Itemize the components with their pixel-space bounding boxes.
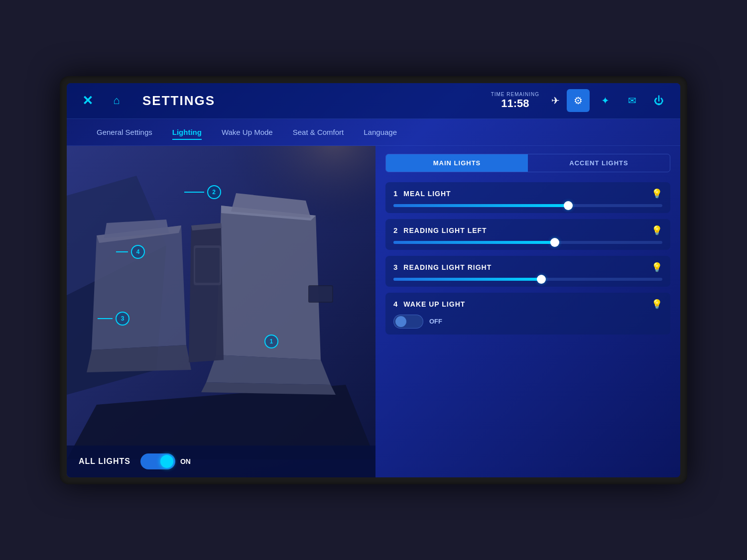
reading-left-fill: [393, 241, 555, 244]
meal-light-slider[interactable]: [393, 204, 662, 207]
top-bar: ✕ ⌂ SETTINGS TIME REMAINING 11:58 ✈ ⚙ ✦ …: [67, 83, 680, 119]
meal-light-header: 1 MEAL LIGHT 💡: [393, 188, 662, 199]
reading-light-left-slider[interactable]: [393, 241, 662, 244]
hotspot-4-circle: 4: [131, 245, 145, 259]
hotspot-1-circle: 1: [264, 335, 278, 348]
main-content: 1 2 3 4: [67, 146, 680, 477]
meal-light-thumb[interactable]: [564, 201, 573, 210]
plane-icon: ✈: [551, 95, 560, 107]
all-lights-bar: ALL LIGHTS ON: [67, 446, 375, 477]
seat-panel: 1 2 3 4: [67, 146, 375, 477]
wake-up-section: OFF: [393, 315, 662, 329]
reading-light-right-row: 3 READING LIGHT RIGHT 💡: [385, 256, 670, 287]
screen: ✕ ⌂ SETTINGS TIME REMAINING 11:58 ✈ ⚙ ✦ …: [67, 83, 680, 477]
reading-light-left-header: 2 READING LIGHT LEFT 💡: [393, 225, 662, 236]
svg-rect-17: [195, 248, 220, 283]
hotspot-4-line: [116, 251, 128, 252]
wake-up-number: 4: [393, 300, 397, 308]
reading-right-number: 3: [393, 263, 397, 271]
wake-up-name: WAKE UP LIGHT: [403, 300, 465, 308]
reading-right-bulb-icon: 💡: [651, 262, 662, 273]
meal-light-name: MEAL LIGHT: [403, 190, 451, 198]
meal-light-fill: [393, 204, 568, 207]
tab-wake-up-mode[interactable]: Wake Up Mode: [222, 125, 273, 139]
all-lights-toggle-knob: [160, 455, 173, 468]
reading-light-right-header: 3 READING LIGHT RIGHT 💡: [393, 262, 662, 273]
tab-general-settings[interactable]: General Settings: [97, 125, 152, 139]
top-left-icons: ✕ ⌂ SETTINGS: [77, 90, 215, 112]
svg-rect-19: [309, 286, 332, 302]
hotspot-2-line: [184, 192, 204, 193]
all-lights-label: ALL LIGHTS: [79, 457, 130, 466]
seat-svg: [67, 146, 375, 459]
seat-background: 1 2 3 4: [67, 146, 375, 477]
wake-up-bulb-icon: 💡: [651, 299, 662, 310]
seat-visual: 1 2 3 4: [67, 146, 375, 477]
puzzle-icon-button[interactable]: ✦: [594, 89, 617, 112]
hotspot-2[interactable]: 2: [184, 185, 221, 199]
time-section: TIME REMAINING 11:58: [491, 92, 539, 110]
tab-seat-comfort[interactable]: Seat & Comfort: [293, 125, 344, 139]
mail-icon-button[interactable]: ✉: [621, 89, 643, 112]
page-title: SETTINGS: [142, 93, 215, 109]
close-button[interactable]: ✕: [77, 90, 99, 112]
reading-light-right-slider[interactable]: [393, 278, 662, 281]
reading-left-bulb-icon: 💡: [651, 225, 662, 236]
reading-right-name: READING LIGHT RIGHT: [403, 263, 492, 271]
reading-left-label-group: 2 READING LIGHT LEFT: [393, 226, 487, 234]
wake-up-light-header: 4 WAKE UP LIGHT 💡: [393, 299, 662, 310]
reading-light-left-row: 2 READING LIGHT LEFT 💡: [385, 219, 670, 250]
reading-right-label-group: 3 READING LIGHT RIGHT: [393, 263, 492, 271]
svg-marker-9: [92, 225, 186, 350]
reading-right-fill: [393, 278, 541, 281]
reading-right-thumb[interactable]: [537, 275, 546, 284]
top-right-section: TIME REMAINING 11:58 ✈ ⚙ ✦ ✉ ⏻: [491, 89, 670, 112]
all-lights-toggle[interactable]: [140, 453, 175, 469]
lights-type-tabs: MAIN LIGHTS ACCENT LIGHTS: [385, 154, 670, 172]
all-lights-toggle-wrap: ON: [140, 453, 191, 469]
power-icon-button[interactable]: ⏻: [647, 89, 670, 112]
wake-up-light-row: 4 WAKE UP LIGHT 💡 OFF: [385, 293, 670, 335]
all-lights-toggle-label: ON: [180, 457, 191, 465]
home-button[interactable]: ⌂: [106, 90, 127, 112]
time-remaining-label: TIME REMAINING: [491, 92, 539, 97]
hotspot-3-line: [98, 318, 113, 319]
hotspot-4[interactable]: 4: [116, 245, 145, 259]
controls-panel: MAIN LIGHTS ACCENT LIGHTS 1 MEAL LIGHT 💡: [375, 146, 680, 477]
meal-light-label-group: 1 MEAL LIGHT: [393, 189, 451, 198]
tab-lighting[interactable]: Lighting: [172, 125, 202, 139]
wake-up-label-group: 4 WAKE UP LIGHT: [393, 300, 465, 308]
reading-left-number: 2: [393, 226, 397, 234]
hotspot-1[interactable]: 1: [264, 335, 278, 348]
reading-left-name: READING LIGHT LEFT: [403, 226, 487, 234]
tab-main-lights[interactable]: MAIN LIGHTS: [386, 154, 528, 172]
screen-bezel: ✕ ⌂ SETTINGS TIME REMAINING 11:58 ✈ ⚙ ✦ …: [60, 76, 687, 484]
tabs-bar: General Settings Lighting Wake Up Mode S…: [67, 119, 680, 146]
meal-light-row: 1 MEAL LIGHT 💡: [385, 182, 670, 213]
hotspot-2-circle: 2: [207, 185, 221, 199]
hotspot-3-circle: 3: [116, 312, 129, 326]
time-value: 11:58: [491, 97, 539, 110]
meal-light-number: 1: [393, 189, 397, 198]
wake-up-toggle-knob: [395, 316, 406, 327]
settings-icon-button[interactable]: ⚙: [567, 89, 590, 112]
tab-language[interactable]: Language: [364, 125, 397, 139]
hotspot-3[interactable]: 3: [98, 312, 129, 326]
svg-marker-12: [189, 223, 224, 362]
reading-left-thumb[interactable]: [550, 238, 559, 247]
wake-up-toggle[interactable]: [393, 315, 423, 329]
tab-accent-lights[interactable]: ACCENT LIGHTS: [528, 154, 670, 172]
meal-light-bulb-icon: 💡: [651, 188, 662, 199]
wake-up-toggle-label: OFF: [429, 318, 442, 325]
